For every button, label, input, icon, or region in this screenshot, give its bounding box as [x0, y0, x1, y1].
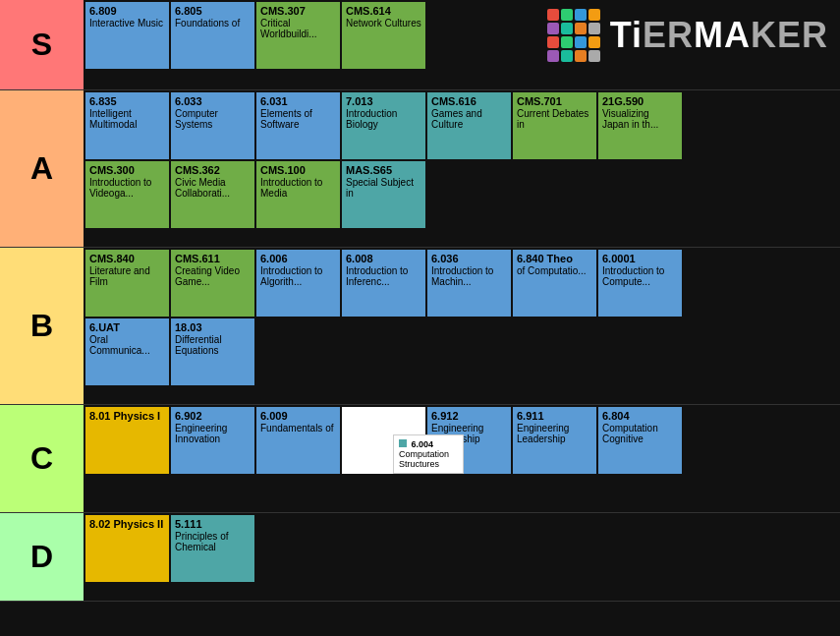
logo-dot: [575, 23, 587, 34]
logo-area: TiERMAKER: [427, 2, 838, 69]
course-card[interactable]: CMS.362 Civic Media Collaborati...: [171, 161, 254, 228]
cards-row: CMS.300 Introduction to Videoga... CMS.3…: [85, 161, 838, 228]
cards-row: 8.02 Physics II 5.111 Principles of Chem…: [85, 515, 838, 582]
course-card[interactable]: CMS.701 Current Debates in: [513, 92, 596, 159]
cards-row: CMS.840 Literature and Film CMS.611 Crea…: [85, 250, 838, 317]
tooltip-dot: [399, 439, 407, 447]
tier-row-a: A 6.835 Intelligent Multimodal 6.033 Com…: [0, 90, 840, 248]
logo-dot: [575, 36, 587, 48]
cards-row: 6.835 Intelligent Multimodal 6.033 Compu…: [85, 92, 838, 159]
course-card[interactable]: 6.804 Computation Cognitive: [598, 407, 682, 474]
tier-label-s: S: [0, 0, 84, 89]
tier-label-b: B: [0, 248, 84, 404]
course-card[interactable]: 18.03 Differential Equations: [171, 318, 254, 385]
logo-dot: [561, 9, 573, 21]
tier-content-s: 6.809 Interactive Music 6.805 Foundation…: [84, 0, 840, 89]
course-card[interactable]: CMS.307 Critical Worldbuildi...: [256, 2, 340, 69]
course-card[interactable]: 6.809 Interactive Music: [85, 2, 169, 69]
course-card[interactable]: 6.0001 Introduction to Compute...: [598, 250, 682, 317]
tier-content-d: 8.02 Physics II 5.111 Principles of Chem…: [84, 513, 840, 601]
course-card[interactable]: 6.031 Elements of Software: [256, 92, 340, 159]
logo-dot: [561, 50, 573, 62]
tier-content-b: CMS.840 Literature and Film CMS.611 Crea…: [84, 248, 840, 404]
logo-dot: [588, 50, 600, 62]
course-card[interactable]: 6.009 Fundamentals of: [256, 407, 340, 474]
course-card[interactable]: 5.111 Principles of Chemical: [171, 515, 254, 582]
course-card[interactable]: 7.013 Introduction Biology: [342, 92, 425, 159]
course-card[interactable]: 8.02 Physics II: [85, 515, 169, 582]
logo-dot: [547, 9, 559, 21]
logo-dot: [575, 9, 587, 21]
course-card[interactable]: CMS.300 Introduction to Videoga...: [85, 161, 169, 228]
cards-row: 6.UAT Oral Communica... 18.03 Differenti…: [85, 318, 838, 385]
logo-dot: [547, 23, 559, 34]
logo-dot: [575, 50, 587, 62]
logo-dot: [561, 23, 573, 34]
course-card[interactable]: 6.008 Introduction to Inferenc...: [342, 250, 425, 317]
tier-row-b: B CMS.840 Literature and Film CMS.611 Cr…: [0, 248, 840, 405]
cards-row: 6.809 Interactive Music 6.805 Foundation…: [85, 2, 838, 69]
tier-row-d: D 8.02 Physics II 5.111 Principles of Ch…: [0, 513, 840, 602]
logo-dot: [588, 36, 600, 48]
tier-content-a: 6.835 Intelligent Multimodal 6.033 Compu…: [84, 90, 840, 247]
course-card[interactable]: 6.840 Theo of Computatio...: [513, 250, 596, 317]
logo-dot: [547, 36, 559, 48]
course-card[interactable]: CMS.840 Literature and Film: [85, 250, 169, 317]
course-card[interactable]: 6.006 Introduction to Algorith...: [256, 250, 340, 317]
tier-row-c: C 8.01 Physics I 6.902 Engineering Innov…: [0, 405, 840, 513]
logo-dot: [588, 23, 600, 34]
course-card[interactable]: 6.805 Foundations of: [171, 2, 254, 69]
course-card[interactable]: 6.911 Engineering Leadership: [513, 407, 596, 474]
tier-row-s: S 6.809 Interactive Music 6.805 Foundati…: [0, 0, 840, 90]
logo-dot: [547, 50, 559, 62]
course-card[interactable]: 6.835 Intelligent Multimodal: [85, 92, 169, 159]
course-card[interactable]: 6.036 Introduction to Machin...: [427, 250, 511, 317]
course-card[interactable]: CMS.100 Introduction to Media: [256, 161, 340, 228]
course-card[interactable]: MAS.S65 Special Subject in: [342, 161, 425, 228]
course-card[interactable]: 6.902 Engineering Innovation: [171, 407, 254, 474]
course-card[interactable]: CMS.616 Games and Culture: [427, 92, 511, 159]
tier-label-d: D: [0, 513, 84, 601]
course-card[interactable]: 6.033 Computer Systems: [171, 92, 254, 159]
course-card[interactable]: CMS.614 Network Cultures: [342, 2, 425, 69]
course-card[interactable]: 6.UAT Oral Communica...: [85, 318, 169, 385]
course-card[interactable]: 8.01 Physics I: [85, 407, 169, 474]
tier-label-c: C: [0, 405, 84, 512]
logo-dot: [561, 36, 573, 48]
logo-dot: [588, 9, 600, 21]
tier-label-a: A: [0, 90, 84, 247]
tier-list: S 6.809 Interactive Music 6.805 Foundati…: [0, 0, 840, 636]
logo-grid: [547, 9, 600, 62]
course-card[interactable]: CMS.611 Creating Video Game...: [171, 250, 254, 317]
course-card[interactable]: 21G.590 Visualizing Japan in th...: [598, 92, 682, 159]
logo-text: TiERMAKER: [610, 15, 828, 56]
tooltip-card: 6.004 Computation Structures: [393, 434, 464, 474]
